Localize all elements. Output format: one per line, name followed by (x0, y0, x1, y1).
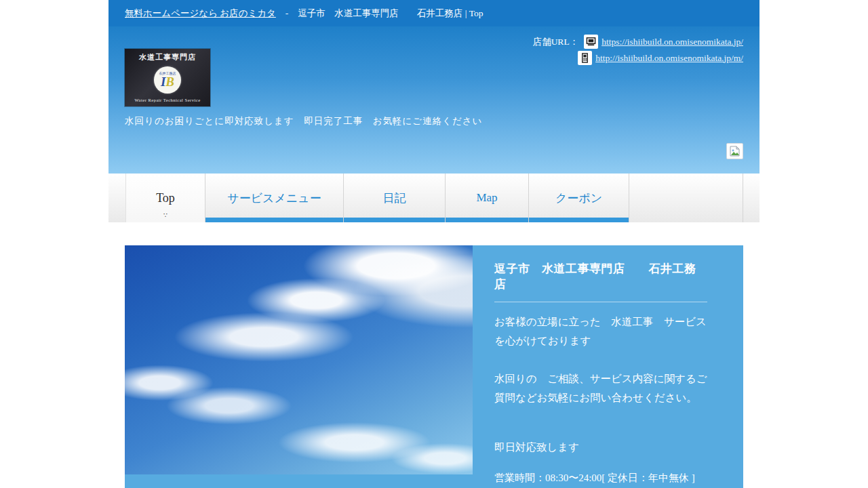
topbar-separator: - (285, 8, 289, 19)
tab-diary[interactable]: 日記 (344, 174, 446, 222)
broken-image-icon (726, 143, 743, 159)
active-tab-marker: ∵ (163, 212, 167, 219)
tab-coupon[interactable]: クーポン (529, 174, 629, 222)
pc-url-link[interactable]: https://ishiibuild.on.omisenomikata.jp/ (601, 37, 743, 47)
omisenomikata-link[interactable]: 無料ホームページなら お店のミカタ (125, 7, 276, 20)
main-navigation: Top ∵ サービスメニュー 日記 Map クーポン (108, 174, 760, 222)
tab-map-label: Map (476, 191, 497, 205)
store-heading: 逗子市 水道工事専門店 石井工務店 (494, 261, 707, 302)
header: 水道工事専門店 石井工務店 IB Water Repair Technical … (108, 26, 760, 174)
logo-bottom-text: Water Repair Technical Service (134, 98, 200, 102)
nav-left-spacer (108, 174, 125, 222)
mobile-url-link[interactable]: http://ishiibuild.on.omisenomikata.jp/m/ (595, 53, 743, 64)
nav-filler (629, 174, 743, 222)
tab-diary-label: 日記 (383, 190, 406, 206)
store-url-block: 店舗URL： https://ishiibuild.on.omisenomika… (533, 35, 743, 67)
nav-right-spacer (743, 174, 760, 222)
tab-map[interactable]: Map (446, 174, 529, 222)
topbar-page-title: 逗子市 水道工事専門店 石井工務店 | Top (298, 7, 483, 20)
store-url-label: 店舗URL： (533, 36, 579, 48)
pc-url-row: 店舗URL： https://ishiibuild.on.omisenomika… (533, 35, 743, 49)
logo-top-text: 水道工事専門店 (139, 52, 196, 62)
tab-service-menu[interactable]: サービスメニュー (205, 174, 344, 222)
business-hours: 営業時間：08:30〜24:00[ 定休日：年中無休 ] (494, 470, 707, 486)
tab-service-menu-label: サービスメニュー (227, 190, 321, 206)
logo-emblem: 石井工務店 IB (154, 66, 181, 94)
tab-coupon-label: クーポン (555, 190, 602, 206)
store-logo-image: 水道工事専門店 石井工務店 IB Water Repair Technical … (125, 49, 210, 106)
intro-paragraph-1: お客様の立場に立った 水道工事 サービスを心がけております (494, 312, 707, 350)
mobile-url-row: http://ishiibuild.on.omisenomikata.jp/m/ (533, 51, 743, 65)
service-topbar: 無料ホームページなら お店のミカタ - 逗子市 水道工事専門店 石井工務店 | … (108, 0, 760, 26)
header-tagline: 水回りのお困りごとに即対応致します 即日完了工事 お気軽にご連絡ください (125, 115, 482, 127)
page-column: 無料ホームページなら お店のミカタ - 逗子市 水道工事専門店 石井工務店 | … (108, 0, 760, 488)
tab-top[interactable]: Top ∵ (125, 174, 205, 222)
desktop-computer-icon (584, 35, 598, 49)
sky-clouds-photo (125, 245, 473, 474)
intro-paragraph-2: 水回りの ご相談、サービス内容に関するご質問などお気軽にお問い合わせください。 (494, 369, 707, 407)
logo-monogram: IB (161, 75, 174, 88)
main-content-panel: 逗子市 水道工事専門店 石井工務店 お客様の立場に立った 水道工事 サービスを心… (125, 245, 743, 488)
intro-paragraph-3: 即日対応致します (494, 438, 707, 457)
intro-column: 逗子市 水道工事専門店 石井工務店 お客様の立場に立った 水道工事 サービスを心… (494, 245, 707, 488)
mobile-phone-icon (578, 51, 592, 65)
tab-top-label: Top (156, 191, 175, 205)
